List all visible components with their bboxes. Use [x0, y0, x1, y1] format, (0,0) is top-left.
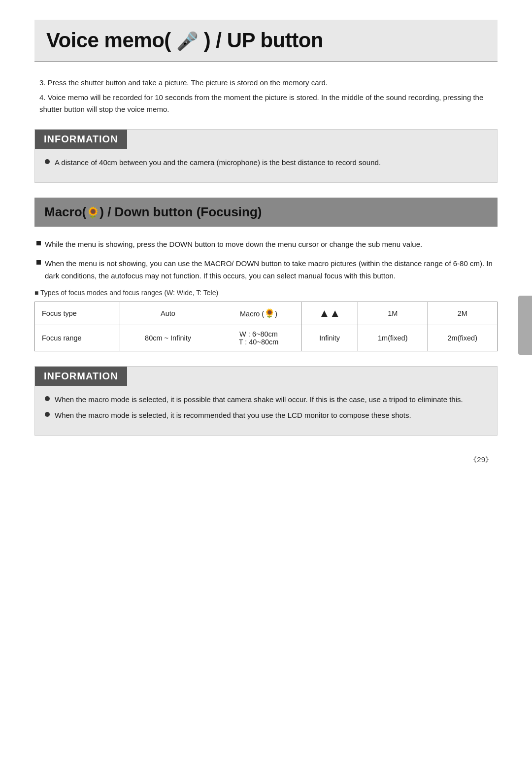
bullet-icon-2a [45, 396, 50, 401]
focus-table: Focus type Auto Macro (🌻) ▲▲ 1M 2M Focus… [34, 302, 498, 351]
section-para-2-text: When the menu is not showing, you can us… [45, 258, 498, 282]
section-para-2: When the menu is not showing, you can us… [36, 258, 498, 282]
info-header-1: INFORMATION [35, 130, 127, 149]
cell-macro: Macro (🌻) [216, 302, 301, 325]
info-text-1: A distance of 40cm between you and the c… [55, 157, 381, 169]
title-bar: Voice memo( 🎤 ) / UP button [34, 20, 498, 62]
mic-icon: 🎤 [176, 31, 199, 51]
table-row-1: Focus type Auto Macro (🌻) ▲▲ 1M 2M [35, 302, 498, 325]
section-para-1: While the menu is showing, press the DOW… [36, 238, 498, 251]
cell-landscape: ▲▲ [301, 302, 358, 325]
info-text-2b: When the macro mode is selected, it is r… [55, 409, 411, 421]
square-bullet-1 [36, 241, 41, 245]
mountain-icon: ▲▲ [319, 307, 340, 319]
info-header-2: INFORMATION [35, 367, 127, 386]
info-item-2b: When the macro mode is selected, it is r… [45, 409, 487, 421]
cell-1m: 1M [358, 302, 428, 325]
cell-1m-range: 1m(fixed) [358, 325, 428, 351]
cell-2m-range: 2m(fixed) [428, 325, 498, 351]
square-bullet-2 [36, 260, 41, 265]
info-text-2a: When the macro mode is selected, it is p… [55, 394, 463, 406]
intro-para-1: 3. Press the shutter button and take a p… [34, 77, 498, 89]
intro-para-2: 4. Voice memo will be recorded for 10 se… [34, 92, 498, 115]
cell-focus-type-label: Focus type [35, 302, 120, 325]
cell-landscape-range: Infinity [301, 325, 358, 351]
info-item-2a: When the macro mode is selected, it is p… [45, 394, 487, 406]
macro-flower-icon: 🌻 [264, 308, 275, 318]
sidebar-tab [518, 296, 532, 355]
bullet-icon-1 [45, 159, 50, 164]
cell-focus-range-label: Focus range [35, 325, 120, 351]
cell-auto-range: 80cm ~ Infinity [120, 325, 216, 351]
page-title: Voice memo( 🎤 ) / UP button [46, 29, 323, 52]
info-content-2: When the macro mode is selected, it is p… [35, 394, 497, 421]
info-box-1: INFORMATION A distance of 40cm between y… [34, 129, 498, 183]
table-row-2: Focus range 80cm ~ Infinity W : 6~80cmT … [35, 325, 498, 351]
page-num-text: 《29》 [469, 455, 493, 464]
section-para-block: While the menu is showing, press the DOW… [34, 238, 498, 282]
bullet-icon-2b [45, 412, 50, 417]
table-note-text: ■ Types of focus modes and focus ranges … [34, 289, 218, 297]
section-para-1-text: While the menu is showing, press the DOW… [45, 238, 422, 251]
cell-macro-range: W : 6~80cmT : 40~80cm [216, 325, 301, 351]
info-item-1: A distance of 40cm between you and the c… [45, 157, 487, 169]
cell-2m: 2M [428, 302, 498, 325]
cell-auto: Auto [120, 302, 216, 325]
intro-text-block: 3. Press the shutter button and take a p… [34, 77, 498, 115]
info-box-2: INFORMATION When the macro mode is selec… [34, 366, 498, 436]
table-note: ■ Types of focus modes and focus ranges … [34, 289, 498, 297]
section-heading: Macro(🌻) / Down button (Focusing) [44, 204, 262, 219]
info-content-1: A distance of 40cm between you and the c… [35, 157, 497, 169]
section-heading-bar: Macro(🌻) / Down button (Focusing) [34, 198, 498, 227]
page-number: 《29》 [34, 455, 498, 465]
